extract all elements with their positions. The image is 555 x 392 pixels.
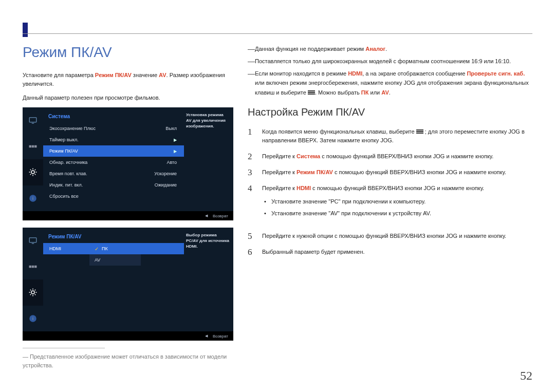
notes-list: Данная функция не поддерживает режим Ана…	[248, 44, 532, 97]
back-icon[interactable]: ◀	[205, 214, 208, 218]
text: или	[368, 89, 381, 96]
osd-title: Система	[48, 114, 70, 119]
osd-item-value: Ускорение	[154, 171, 177, 176]
osd-option-label: ПК	[102, 246, 108, 251]
display-tab-icon[interactable]	[23, 254, 43, 280]
step-item: Выбранный параметр будет применен.	[248, 246, 532, 262]
system-tab-icon[interactable]	[23, 279, 43, 306]
page-number: 52	[520, 369, 532, 383]
section-heading: Режим ПК/AV	[23, 44, 233, 61]
osd-item-label: Экосохранение Плюс	[49, 126, 96, 131]
osd-item[interactable]: Режим ПК/AV▶	[43, 145, 184, 157]
osd-item[interactable]: Экосохранение ПлюсВыкл	[43, 123, 184, 134]
footnote: ― Представленное изображение может отлич…	[23, 352, 233, 370]
highlight: Проверьте сигн. каб.	[467, 70, 525, 77]
highlight: Система	[297, 153, 320, 159]
text: Поставляется только для широкоэкранных м…	[255, 58, 511, 64]
svg-rect-0	[29, 118, 36, 122]
osd-item-value: ▶	[174, 138, 177, 142]
picture-tab-icon[interactable]	[23, 107, 43, 134]
step-item: Перейдите к HDMI с помощью функций ВВЕРХ…	[248, 182, 532, 230]
svg-rect-9	[32, 244, 34, 245]
columns: Режим ПК/AV Установите для параметра Реж…	[23, 44, 532, 375]
back-label[interactable]: Возврат	[213, 334, 228, 339]
svg-rect-11	[32, 266, 34, 268]
text: Когда появится меню функциональных клави…	[262, 128, 416, 135]
osd-hint-text: Установка режима AV для увеличения изобр…	[186, 113, 229, 129]
osd-item-label: Сбросить все	[49, 194, 79, 199]
svg-rect-4	[34, 145, 37, 148]
osd-item-label: Режим ПК/AV	[49, 148, 78, 154]
osd-option-label: AV	[95, 257, 100, 263]
steps-list: Когда появится меню функциональных клави…	[248, 125, 532, 262]
osd-pcav-menu: i Режим ПК/AV HDMI ✓ПКAV Выбор режима PC…	[23, 228, 233, 341]
osd-items: Экосохранение ПлюсВыклТаймер выкл.▶Режим…	[43, 123, 184, 202]
text: значение	[132, 72, 159, 78]
osd-footer: ◀ Возврат	[23, 331, 233, 341]
text: . Можно выбрать	[315, 89, 361, 96]
svg-rect-10	[29, 266, 32, 268]
osd-item-value: Авто	[166, 160, 177, 165]
osd-item-value: Выкл	[165, 126, 177, 131]
sub-bullets: Установите значение "PC" при подключении…	[264, 196, 532, 219]
text: Перейдите к	[262, 169, 297, 175]
osd-title: Режим ПК/AV	[48, 234, 81, 239]
system-tab-icon[interactable]	[23, 159, 43, 185]
highlight: AV	[381, 89, 388, 96]
osd-submenu: ✓ПКAV	[89, 243, 141, 266]
back-icon[interactable]: ◀	[205, 334, 208, 338]
subsection-heading: Настройка Режим ПК/AV	[248, 106, 532, 118]
osd-item[interactable]: Время повт. клав.Ускорение	[43, 168, 184, 179]
text: .	[385, 46, 387, 52]
svg-rect-2	[29, 145, 32, 148]
text: Если монитор находится в режиме	[255, 70, 348, 77]
step-item: Перейдите к Режим ПК/AV с помощью функци…	[248, 166, 532, 182]
menu-icon	[416, 129, 423, 134]
svg-text:i: i	[32, 196, 33, 201]
bullet-item: Установите значение "AV" при подключении…	[264, 208, 532, 219]
svg-rect-3	[32, 145, 34, 148]
osd-item[interactable]: Индик. пит. вкл.Ожидание	[43, 179, 184, 191]
step-item: Когда появится меню функциональных клави…	[248, 125, 532, 150]
info-tab-icon[interactable]: i	[23, 306, 43, 332]
info-tab-icon[interactable]: i	[23, 185, 43, 212]
svg-point-5	[31, 171, 34, 174]
osd-item[interactable]: Таймер выкл.▶	[43, 134, 184, 145]
svg-point-13	[31, 291, 34, 294]
picture-tab-icon[interactable]	[23, 228, 43, 254]
intro-para-1: Установите для параметра Режим ПК/AV зна…	[23, 71, 233, 88]
text: , а на экране отображается сообщение	[362, 70, 467, 77]
footnote-text: Представленное изображение может отличат…	[23, 353, 227, 368]
osd-tabs: i	[23, 228, 43, 331]
osd-item[interactable]: Обнар. источникаАвто	[43, 157, 184, 168]
header-tick	[23, 23, 28, 37]
back-label[interactable]: Возврат	[213, 214, 228, 218]
text: или включен режим энергосбережения, нажм…	[255, 80, 529, 95]
step-item: Перейдите к Система с помощью функций ВВ…	[248, 150, 532, 166]
highlight: Режим ПК/AV	[297, 169, 333, 175]
left-column: Режим ПК/AV Установите для параметра Реж…	[23, 44, 233, 375]
menu-icon	[308, 90, 315, 95]
highlight: HDMI	[297, 185, 311, 191]
note-item: Если монитор находится в режиме HDMI, а …	[248, 69, 532, 97]
step-item: Перейдите к нужной опции с помощью функц…	[248, 230, 532, 246]
osd-item[interactable]: Сбросить все	[43, 191, 184, 202]
footnote-rule	[23, 348, 105, 348]
osd-hint-text: Выбор режима PC/AV для источника HDMI.	[186, 233, 229, 249]
text: Данная функция не поддерживает режим	[255, 46, 365, 52]
osd-option[interactable]: ✓ПК	[89, 243, 141, 254]
text: .	[389, 89, 391, 96]
note-item: Поставляется только для широкоэкранных м…	[248, 57, 532, 66]
svg-rect-1	[32, 123, 34, 124]
osd-tabs: i	[23, 107, 43, 211]
osd-footer: ◀ Возврат	[23, 211, 233, 220]
text: с помощью функций ВВЕРХ/ВНИЗ кнопки JOG …	[333, 169, 506, 175]
intro-para-2: Данный параметр полезен при просмотре фи…	[23, 94, 233, 102]
right-column: Данная функция не поддерживает режим Ана…	[248, 44, 532, 375]
page: Режим ПК/AV Установите для параметра Реж…	[0, 0, 555, 392]
osd-item-label: Время повт. клав.	[49, 171, 87, 176]
osd-option[interactable]: AV	[89, 254, 141, 266]
display-tab-icon[interactable]	[23, 134, 43, 160]
osd-item-label: Индик. пит. вкл.	[49, 182, 83, 188]
text: Перейдите к	[262, 153, 297, 159]
